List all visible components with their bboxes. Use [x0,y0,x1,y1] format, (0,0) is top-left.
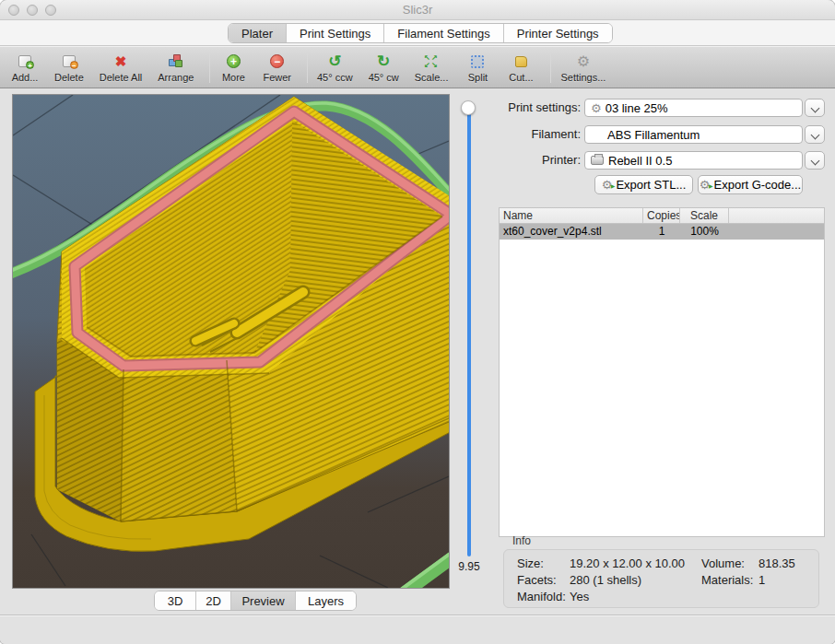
manifold-value: Yes [570,590,589,603]
layer-slider-track[interactable] [467,103,471,556]
filament-label: Filament: [498,125,581,144]
tab-plater[interactable]: Plater [229,24,287,42]
scale-arrows-icon: ↖↗↙↘ [424,53,439,71]
export-gcode-button[interactable]: ⚙ Export G-code... [698,175,803,194]
materials-label: Materials: [701,573,753,587]
gear-icon: ⚙ [591,102,602,114]
size-value: 19.20 x 12.00 x 10.00 [570,556,685,570]
column-header-filler [729,208,824,223]
rotate-cw-button[interactable]: ↻ 45° cw [369,53,399,83]
settings-button[interactable]: ⚙ Settings... [560,53,606,83]
manifold-label: Manifold: [517,590,566,603]
view-tab-3d[interactable]: 3D [155,591,196,610]
window-title: Slic3r [0,0,835,20]
toolbar-separator [209,52,210,83]
delete-button[interactable]: − Delete [54,53,84,83]
split-button[interactable]: Split [464,53,491,83]
size-label: Size: [517,556,544,570]
split-dots-icon [471,53,484,71]
slic3r-window: Slic3r Plater Print Settings Filament Se… [0,0,835,644]
add-box-icon: + [18,53,31,71]
export-icon: ⚙ [700,179,711,191]
object-name-cell: xt60_cover_v2p4.stl [500,224,643,240]
print-settings-combo[interactable]: ⚙ 03 line 25% [584,99,803,117]
layer-slider-value: 9.95 [449,560,489,573]
info-box: Size: 19.20 x 12.00 x 10.00 Volume: 818.… [503,549,819,608]
object-list: Name Copies Scale xt60_cover_v2p4.stl 1 … [499,207,825,537]
tab-print-settings[interactable]: Print Settings [287,24,384,42]
cut-box-icon [515,53,527,71]
rotate-ccw-button[interactable]: ↺ 45° ccw [317,53,353,83]
red-x-icon: ✖ [115,53,127,71]
main-tabs: Plater Print Settings Filament Settings … [228,23,613,43]
print-settings-dropdown-icon[interactable] [805,99,825,117]
materials-value: 1 [759,573,765,587]
title-bar: Slic3r [0,0,835,20]
tab-printer-settings[interactable]: Printer Settings [504,24,612,42]
model-front-face [121,360,237,521]
object-copies-cell: 1 [643,224,680,240]
toolbar: + Add... − Delete ✖ Delete All Arrange +… [0,46,835,88]
more-button[interactable]: + More [219,53,247,83]
red-minus-circle-icon: − [270,53,284,71]
view-tabs: 3D 2D Preview Layers [154,591,357,611]
filament-dropdown-icon[interactable] [805,125,825,144]
toolbar-separator [550,52,551,83]
cut-button[interactable]: Cut... [507,53,535,83]
main-area: 9.95 3D 2D Preview Layers Print settings… [0,88,835,644]
printer-icon [591,156,604,165]
printer-combo[interactable]: Rebell II 0.5 [584,151,803,170]
object-scale-cell: 100% [680,224,729,240]
arrange-button[interactable]: Arrange [158,53,194,83]
arrange-cubes-icon [168,53,183,71]
column-header-copies[interactable]: Copies [643,208,680,223]
printer-value: Rebell II 0.5 [608,154,672,168]
add-button[interactable]: + Add... [11,53,39,83]
3d-viewport[interactable] [13,95,449,588]
tab-strip: Plater Print Settings Filament Settings … [0,20,835,46]
view-tab-preview[interactable]: Preview [231,591,296,610]
view-tab-layers[interactable]: Layers [296,591,356,610]
printer-dropdown-icon[interactable] [805,151,825,170]
facets-label: Facets: [517,573,557,587]
green-plus-circle-icon: + [227,53,241,71]
tab-filament-settings[interactable]: Filament Settings [384,24,503,42]
printer-label: Printer: [498,151,581,170]
rotate-cw-icon: ↻ [377,53,390,71]
volume-label: Volume: [701,556,745,570]
facets-value: 280 (1 shells) [570,573,641,587]
print-settings-label: Print settings: [498,99,581,117]
layer-slider-handle[interactable] [461,100,476,115]
view-tab-2d[interactable]: 2D [196,591,231,610]
delete-box-icon: − [63,53,76,71]
gear-icon: ⚙ [577,53,590,71]
filament-combo[interactable]: ABS Fillamentum [584,125,803,144]
export-stl-button[interactable]: ⚙ Export STL... [594,175,693,194]
filament-value: ABS Fillamentum [607,128,700,142]
column-header-name[interactable]: Name [500,208,643,223]
toolbar-separator [307,52,308,83]
object-list-header: Name Copies Scale [500,208,824,224]
rotate-ccw-icon: ↺ [328,53,341,71]
delete-all-button[interactable]: ✖ Delete All [100,53,142,83]
info-section-title: Info [512,534,531,547]
export-icon: ⚙ [602,179,613,191]
scale-button[interactable]: ↖↗↙↘ Scale... [415,53,449,83]
table-row[interactable]: xt60_cover_v2p4.stl 1 100% [500,224,824,240]
volume-value: 818.35 [759,556,795,570]
print-settings-value: 03 line 25% [606,101,668,115]
fewer-button[interactable]: − Fewer [263,53,291,83]
bottom-divider [0,615,835,615]
column-header-scale[interactable]: Scale [680,208,729,223]
